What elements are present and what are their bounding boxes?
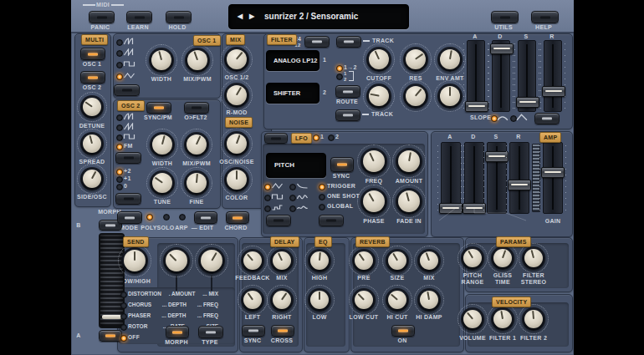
fx-row-distortion[interactable]: DISTORTION. AMOUNT... MIX xyxy=(128,291,218,297)
fx-rotor-led[interactable] xyxy=(120,324,127,331)
utils-button[interactable] xyxy=(491,11,519,23)
delay-cross-button[interactable] xyxy=(271,325,294,337)
filter-env-release-handle[interactable] xyxy=(542,86,565,97)
lfo-wave-steps-led[interactable] xyxy=(264,205,271,212)
fx-off-led[interactable] xyxy=(120,335,127,342)
lfo-trigger-led[interactable] xyxy=(319,184,325,190)
mix-color-knob[interactable] xyxy=(224,167,249,192)
learn-button[interactable] xyxy=(126,11,152,23)
reverb-size-knob[interactable] xyxy=(386,249,409,272)
slope-button[interactable] xyxy=(534,113,560,124)
filter2-envamt-knob[interactable] xyxy=(437,84,463,109)
filter2-type-display[interactable]: SHIFTER xyxy=(266,83,319,104)
filter-env-decay-handle[interactable] xyxy=(490,43,514,54)
route-serial-led[interactable] xyxy=(336,65,343,72)
lfo-steps-icon[interactable] xyxy=(271,204,284,211)
osc2-oct-plus2-led[interactable] xyxy=(116,169,123,175)
lfo-oneshot-led[interactable] xyxy=(319,194,325,200)
delay-mix-knob[interactable] xyxy=(270,249,294,272)
osc2-ramp-icon[interactable] xyxy=(123,113,135,120)
filter-env-decay-slider[interactable] xyxy=(492,40,510,112)
route-button[interactable] xyxy=(335,85,360,98)
osc2-wave-fm-led[interactable] xyxy=(116,144,123,150)
osc1-ramp-icon[interactable] xyxy=(123,38,135,45)
preset-prev-icon[interactable]: ◀ xyxy=(238,5,243,28)
osc2-octave-button[interactable] xyxy=(115,193,141,205)
edit-button[interactable] xyxy=(194,211,217,224)
osc2-wave-square-led[interactable] xyxy=(116,134,123,141)
slope-curve2-icon[interactable] xyxy=(516,114,528,121)
gliss-time-knob[interactable] xyxy=(491,246,514,270)
fx-row-chorus[interactable]: CHORUS... DEPTH... FREQ xyxy=(128,302,218,308)
filter2-cutoff-knob[interactable] xyxy=(366,84,391,109)
chord-button[interactable] xyxy=(226,211,249,224)
spread-knob[interactable] xyxy=(80,132,104,155)
send-amount-knob[interactable] xyxy=(163,247,190,274)
reverb-on-button[interactable] xyxy=(391,325,415,337)
osc2-saw-icon[interactable] xyxy=(123,123,135,130)
lfo-triangle-icon[interactable] xyxy=(271,182,284,190)
send-type-button[interactable] xyxy=(198,326,223,338)
send-morph-button[interactable] xyxy=(166,326,189,338)
side-osc-knob[interactable] xyxy=(80,167,104,190)
lfo-wave-decay-led[interactable] xyxy=(289,184,296,190)
lfo-random-icon[interactable] xyxy=(296,204,309,211)
filter1-res-knob[interactable] xyxy=(403,47,428,72)
lfo-top-button[interactable] xyxy=(264,133,288,144)
amp-gain-handle[interactable] xyxy=(541,167,565,178)
mix-rmod-knob[interactable] xyxy=(224,83,249,108)
osc1-wave-button[interactable] xyxy=(114,84,140,96)
osc2-fine-knob[interactable] xyxy=(184,170,209,195)
panic-button[interactable] xyxy=(89,11,115,23)
filter1-slope-button[interactable] xyxy=(304,36,330,48)
amp-attack-slider[interactable] xyxy=(441,142,461,214)
amp-sustain-slider[interactable] xyxy=(487,142,507,214)
osc2-width-knob[interactable] xyxy=(150,132,175,157)
lfo-wave-sine-led[interactable] xyxy=(289,195,296,201)
osc1-square-icon[interactable] xyxy=(123,60,135,68)
filter-env-attack-slider[interactable] xyxy=(467,40,485,112)
send-mix-knob[interactable] xyxy=(198,247,225,274)
fx-chorus-led[interactable] xyxy=(120,302,127,309)
reverb-lowcut-knob[interactable] xyxy=(352,288,376,312)
filter2-track-button[interactable] xyxy=(335,109,360,121)
filter1-cutoff-knob[interactable] xyxy=(366,47,391,72)
velocity-filter2-knob[interactable] xyxy=(522,307,545,331)
osc2-fm-label[interactable]: FM xyxy=(124,143,133,150)
detune-knob[interactable] xyxy=(80,95,104,119)
filter1-track-button[interactable] xyxy=(336,36,361,48)
filter1-envamt-knob[interactable] xyxy=(437,47,463,72)
osc2-wave-button[interactable] xyxy=(115,152,141,164)
lfo-wave-random-led[interactable] xyxy=(289,205,296,212)
osc1-wave-saw-led[interactable] xyxy=(116,50,123,57)
osc1-saw-icon[interactable] xyxy=(123,48,135,56)
reverb-hidamp-knob[interactable] xyxy=(417,288,441,312)
mix-oscnoise-knob[interactable] xyxy=(224,131,249,156)
reverb-hicut-knob[interactable] xyxy=(386,288,409,312)
filter-env-attack-handle[interactable] xyxy=(465,101,488,112)
osc2-tune-knob[interactable] xyxy=(150,170,175,195)
mix-osc12-knob[interactable] xyxy=(224,47,249,72)
fx-row-phaser[interactable]: PHASER... DEPTH... FREQ xyxy=(128,312,218,319)
amp-release-slider[interactable] xyxy=(509,142,529,214)
delay-right-knob[interactable] xyxy=(270,288,294,312)
solo-led[interactable] xyxy=(163,214,170,221)
lfo-global-led[interactable] xyxy=(319,204,325,210)
osc1-width-knob[interactable] xyxy=(149,48,174,73)
filter-env-sustain-handle[interactable] xyxy=(516,97,539,108)
osc2-oct-zero-led[interactable] xyxy=(116,184,123,190)
osc1-triangle-icon[interactable] xyxy=(123,72,135,79)
amp-release-handle[interactable] xyxy=(508,180,531,190)
slope-curve1-icon[interactable] xyxy=(497,114,509,121)
osc1-wave-triangle-led[interactable] xyxy=(116,74,123,80)
eq-low-knob[interactable] xyxy=(308,288,331,312)
amp-decay-slider[interactable] xyxy=(464,142,484,214)
lfo-square-icon[interactable] xyxy=(271,193,284,200)
osc2-oct-plus1-led[interactable] xyxy=(116,176,123,183)
osc1-wave-ramp-led[interactable] xyxy=(116,39,123,46)
multi-osc2-button[interactable] xyxy=(80,71,105,84)
fx-distortion-led[interactable] xyxy=(120,292,127,298)
fx-phaser-led[interactable] xyxy=(120,313,127,320)
delay-left-knob[interactable] xyxy=(241,288,264,312)
osc2-mixpwm-knob[interactable] xyxy=(184,132,209,157)
